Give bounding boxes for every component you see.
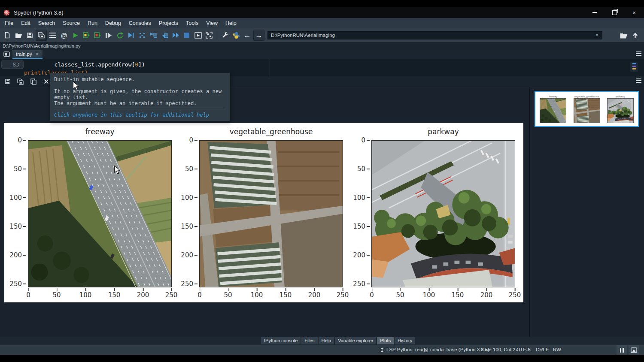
pane-tab[interactable]: Plots [377,337,393,344]
menu-bar: FileEditSearchSourceRunDebugConsolesProj… [0,18,644,28]
python-env-button[interactable] [231,30,241,40]
save-plot-button[interactable] [4,78,11,85]
run-cell-advance-button[interactable] [92,30,103,40]
spyder-logo-icon [3,9,10,16]
browse-tabs-button[interactable] [1,50,12,58]
step-over-button[interactable] [148,30,158,40]
stop-debug-button[interactable] [182,30,192,40]
run-selection-icon [105,32,112,39]
menu-item[interactable]: Projects [155,20,182,26]
fast-forward-icon [172,32,179,38]
thumb-subplot-freeway: freeway [537,95,569,123]
browse-directory-button[interactable] [619,30,629,40]
close-button[interactable]: × [624,7,644,18]
x-tick-label: 50 [52,291,61,299]
outline-button[interactable] [48,30,58,40]
menu-item[interactable]: Help [222,20,240,26]
fullscreen-button[interactable] [204,30,214,40]
maximize-pane-button[interactable] [193,30,203,40]
copy-icon [30,78,36,85]
x-tick-label: 150 [279,291,292,299]
aerial-image-greenhouse [199,140,343,287]
copy-plot-button[interactable] [30,78,37,85]
editor-options-menu-button[interactable] [636,51,641,56]
image-icon [631,347,637,353]
step-return-button[interactable] [159,30,170,40]
plots-options-menu-button[interactable] [636,78,641,83]
browse-tabs-icon [3,51,10,57]
parent-directory-button[interactable] [630,30,640,40]
new-file-button[interactable] [2,30,12,40]
pane-tab[interactable]: Help [319,337,334,344]
rerun-button[interactable] [115,30,125,40]
editor-tab-trainpy[interactable]: train.py ✕ [12,50,43,59]
menu-item[interactable]: Tools [182,20,202,26]
debug-step-button[interactable] [126,30,136,40]
file-path-bar: D:\PythonRUN\AerialImaging\train.py [0,42,644,49]
stop-icon [184,32,190,38]
y-tick-label: 50 [185,166,193,172]
y-tick-label: 200 [181,252,193,259]
restore-icon [612,10,617,15]
code-line-83: classes_list.append(row[0]) [24,61,145,68]
debug-continue-dots-button[interactable] [137,30,147,40]
x-tick-label: 200 [308,291,321,299]
scroll-flag-area[interactable] [630,62,638,72]
menu-item[interactable]: Run [84,20,101,26]
menu-item[interactable]: Search [34,20,59,26]
menu-item[interactable]: File [1,20,17,26]
new-file-icon [4,32,11,39]
find-symbols-button[interactable]: @ [59,30,69,40]
run-cell-button[interactable] [81,30,91,40]
restart-icon [116,32,124,39]
menu-item[interactable]: Edit [17,20,34,26]
y-tick-label: 100 [353,194,365,201]
x-tick-label: 250 [337,291,349,299]
run-file-button[interactable] [70,30,80,40]
y-tick-label: 250 [181,281,193,287]
back-button[interactable]: ← [242,30,252,40]
debug-dots-icon [139,33,146,38]
preview-button[interactable] [629,345,639,355]
save-all-button[interactable] [36,30,47,41]
save-button[interactable] [24,30,35,40]
pane-tab[interactable]: Variable explorer [335,337,376,344]
run-selection-button[interactable] [103,30,114,40]
x-tick-label: 150 [452,291,464,299]
pause-button[interactable] [617,345,627,355]
title-bar: Spyder (Python 3.8) × [0,7,644,18]
open-file-button[interactable] [13,30,24,40]
pane-tab[interactable]: IPython console [261,337,301,344]
pane-tab[interactable]: History [395,337,415,344]
y-tick-label: 200 [353,252,365,259]
x-tick-label: 250 [165,291,178,299]
menu-item[interactable]: Consoles [125,20,155,26]
encoding-status: UTF-8 [516,347,531,352]
chevron-down-icon[interactable]: ▼ [595,33,599,37]
menu-item[interactable]: View [202,20,222,26]
forward-button[interactable]: → [253,30,264,41]
help-tooltip[interactable]: Built-in mutable sequence. If no argumen… [49,73,230,121]
pane-tab[interactable]: Files [301,337,317,344]
save-all-plots-button[interactable] [17,78,24,85]
working-directory-input[interactable]: D:\PythonRUN\AerialImaging ▼ [267,31,602,39]
remove-icon [44,79,49,84]
menu-item[interactable]: Debug [101,20,125,26]
thumb-subplot-greenhouse: vegetable_greenhouse [571,95,603,123]
spyder-window: Spyder (Python 3.8) × FileEditSearchSour… [0,0,644,362]
plots-pane: freeway 050100150200250 050100150200250 … [0,87,529,337]
restore-button[interactable] [605,7,624,18]
debug-continue-button[interactable] [170,30,181,40]
save-all-plots-icon [17,78,24,85]
menu-item[interactable]: Source [59,20,84,26]
y-tick-label: 50 [357,166,365,172]
remove-plot-button[interactable] [43,78,50,85]
plot-thumbnail-selected[interactable]: freeway vegetable_greenhouse parkway [535,91,639,127]
preferences-button[interactable] [220,30,230,40]
close-icon: × [632,9,636,16]
tooltip-help-link[interactable]: Click anywhere in this tooltip for addit… [54,112,225,118]
lsp-status: LSP Python: ready [386,347,428,352]
x-tick-label: 0 [26,291,30,299]
tab-close-icon[interactable]: ✕ [35,51,39,57]
minimize-button[interactable] [585,7,605,18]
